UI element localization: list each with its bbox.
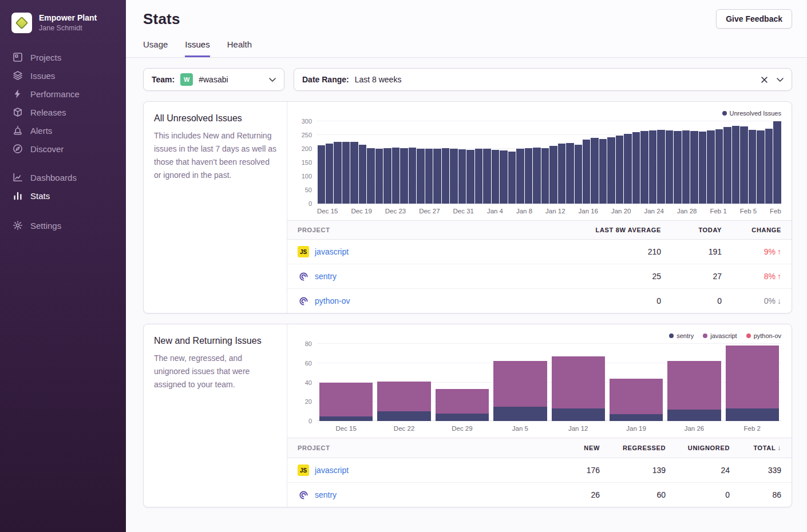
x-axis-label: Jan 12: [549, 425, 607, 432]
sidebar-item-alerts[interactable]: Alerts: [0, 121, 126, 140]
unresolved-bar: [483, 149, 490, 204]
header-project: PROJECT: [298, 227, 552, 233]
sentry-segment: [319, 416, 373, 421]
unresolved-bar: [334, 142, 341, 204]
projects-icon: [13, 52, 23, 62]
x-axis-label: Jan 8: [516, 208, 532, 215]
unresolved-bar: [525, 148, 532, 204]
sentry-segment: [667, 410, 721, 421]
plot-area: [317, 344, 781, 421]
tab-issues[interactable]: Issues: [185, 39, 209, 57]
unresolved-bar: [425, 149, 433, 204]
y-axis-label: 0: [308, 201, 312, 207]
unresolved-bar: [342, 142, 350, 204]
sidebar-item-stats[interactable]: Stats: [0, 186, 126, 205]
new-value: 26: [537, 490, 600, 499]
unresolved-bar: [350, 142, 358, 204]
sort-descending-icon: ↓: [777, 444, 781, 452]
new-value: 176: [537, 466, 600, 475]
unresolved-bar: [442, 148, 449, 204]
project-link-python-ov[interactable]: python-ov: [315, 296, 350, 305]
nav-divider: [0, 158, 126, 168]
python-ov-project-icon: [298, 295, 309, 307]
dashboards-icon: [13, 172, 23, 182]
y-axis: 050100150200250300: [298, 121, 317, 204]
org-switcher[interactable]: Empower Plant Jane Schmidt: [0, 0, 126, 39]
table-header-row: PROJECT NEW REGRESSED UNIGNORED TOTAL↓: [287, 438, 792, 458]
unresolved-bar: [516, 149, 524, 204]
team-value: #wasabi: [199, 75, 228, 84]
sidebar-item-dashboards[interactable]: Dashboards: [0, 168, 126, 186]
unresolved-bar: [624, 134, 631, 204]
unresolved-bar: [417, 149, 424, 204]
x-axis-label: Jan 5: [491, 425, 549, 432]
sentry-project-icon: [298, 271, 309, 282]
sidebar-item-settings[interactable]: Settings: [0, 216, 126, 235]
y-axis-label: 250: [302, 132, 312, 138]
unresolved-bar: [591, 138, 598, 204]
clear-date-icon[interactable]: [761, 77, 768, 83]
tab-usage[interactable]: Usage: [143, 39, 168, 57]
legend-label: Unresolved Issues: [730, 110, 782, 117]
content-area: Team: W #wasabi Date Range: Last 8 weeks: [126, 58, 807, 532]
date-range-select[interactable]: Date Range: Last 8 weeks: [294, 68, 792, 91]
stacked-bar: [436, 389, 489, 421]
sidebar-item-projects[interactable]: Projects: [0, 48, 126, 66]
x-axis-label: Dec 29: [433, 425, 491, 432]
table-header-row: PROJECT LAST 8W AVERAGE TODAY CHANGE: [287, 220, 792, 240]
project-link-sentry[interactable]: sentry: [315, 490, 337, 499]
sidebar-item-releases[interactable]: Releases: [0, 103, 126, 121]
sidebar-item-discover[interactable]: Discover: [0, 140, 126, 158]
unresolved-bar: [599, 139, 607, 204]
unresolved-bar: [607, 137, 615, 204]
app-root: Empower Plant Jane Schmidt Projects Issu…: [0, 0, 807, 532]
unresolved-bar: [707, 130, 714, 204]
x-axis-label: Feb: [770, 208, 781, 215]
sidebar-item-label: Settings: [30, 221, 61, 231]
unresolved-bar: [657, 130, 664, 204]
main-content: Give Feedback Stats Usage Issues Health …: [126, 0, 807, 532]
header-new: NEW: [537, 444, 600, 451]
project-link-javascript[interactable]: javascript: [315, 466, 349, 475]
sidebar-item-label: Discover: [30, 144, 64, 154]
x-axis-label: Dec 19: [351, 208, 371, 215]
sentry-project-icon: [298, 489, 309, 501]
filter-row: Team: W #wasabi Date Range: Last 8 weeks: [143, 68, 792, 91]
unresolved-bar: [318, 145, 325, 204]
x-axis-label: Jan 24: [644, 208, 664, 215]
org-meta: Empower Plant Jane Schmidt: [39, 13, 97, 32]
unresolved-bar: [583, 140, 590, 204]
sentry-segment: [552, 408, 605, 421]
unresolved-bar: [458, 149, 466, 204]
x-axis-label: Feb 5: [740, 208, 757, 215]
sidebar-item-issues[interactable]: Issues: [0, 66, 126, 85]
alerts-icon: [13, 125, 23, 136]
sentry-segment: [436, 414, 489, 422]
y-axis-label: 80: [305, 341, 312, 347]
y-axis-label: 60: [305, 360, 312, 366]
team-select[interactable]: Team: W #wasabi: [143, 68, 284, 91]
header-total-sort[interactable]: TOTAL↓: [730, 444, 781, 452]
header-today: TODAY: [661, 227, 722, 233]
panel-description-text: The new, regressed, and unignored issues…: [154, 352, 276, 391]
unresolved-bar: [367, 148, 374, 204]
change-value: 8%↑: [722, 272, 781, 281]
legend-dot-icon: [669, 334, 674, 338]
sidebar-item-performance[interactable]: Performance: [0, 85, 126, 103]
trend-up-icon: ↑: [777, 247, 781, 256]
legend-item: python-ov: [746, 332, 781, 339]
sidebar: Empower Plant Jane Schmidt Projects Issu…: [0, 0, 126, 532]
project-link-sentry[interactable]: sentry: [315, 272, 337, 281]
y-axis-label: 20: [305, 399, 312, 405]
unresolved-bar: [632, 132, 640, 204]
unresolved-bar: [682, 130, 690, 204]
total-value: 339: [730, 466, 781, 475]
sidebar-item-label: Releases: [30, 108, 66, 117]
unresolved-bar: [549, 146, 557, 204]
tab-health[interactable]: Health: [227, 39, 252, 57]
project-link-javascript[interactable]: javascript: [315, 247, 349, 256]
today-value: 191: [661, 247, 722, 256]
date-range-label: Date Range:: [302, 75, 349, 84]
give-feedback-button[interactable]: Give Feedback: [716, 9, 792, 29]
unresolved-issues-chart: Unresolved Issues 050100150200250300 Dec…: [287, 102, 792, 220]
